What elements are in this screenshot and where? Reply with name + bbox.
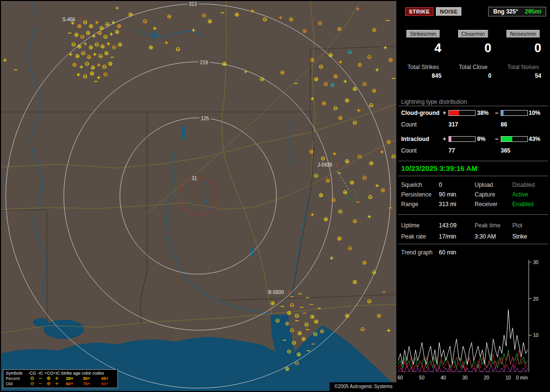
legend-age-threshold: 75+ [78,381,95,386]
total-close-label: Total Close [450,64,496,70]
total-noises-value: 54 [500,72,546,79]
strike-cg-pos-icon: ⊕ [117,42,122,47]
strike-ic-neg-icon: − [110,55,114,60]
strike-ic-pos-icon: + [332,151,336,156]
range-value: 313 mi [439,201,456,208]
strike-ic-neg-icon: − [381,289,386,294]
legend-cg-pos-icon: ⊕ [44,381,53,386]
strike-ic-pos-icon: + [356,108,361,113]
trend-x-tick-label: 30 [462,375,468,380]
totals-labels-row: Total Strikes Total Close Total Noises [400,64,546,70]
strike-cg-pos-icon: ⊕ [289,16,293,22]
strike-cg-pos-icon: ⊕ [337,236,342,241]
strike-cg-pos-icon: ⊕ [88,44,93,50]
legend-column-header: +IC [53,371,61,376]
legend-age-threshold: 45+ [95,376,115,381]
strike-ic-pos-icon: + [96,62,101,68]
trend-header: Trend graph 60 min [397,249,549,256]
neg-count: 365 [501,147,510,154]
strike-ic-neg-icon: − [220,10,224,15]
trend-x-tick-label: 0 min [516,375,528,380]
trend-x-tick-label: 40 [441,375,447,380]
strike-mode-button[interactable]: STRIKE [405,7,434,16]
strike-cg-pos-icon: ⊕ [108,61,113,67]
cloud-ground-row: Cloud-ground + 38% − 10% [397,110,549,116]
strike-cg-pos-icon: ⊕ [302,28,307,34]
map-canvas[interactable]: +⊕⊖⊕+⊕⊖+⊕−⊕⊖⊕+⊕⊖+⊕⊖⊕+⊕⊖⊕+⊖⊕+⊕⊖⊕+⊖⊕−⊕+⊖⊕+… [1,1,396,391]
peak-time-label: Peak time [475,222,500,229]
strike-ic-pos-icon: + [92,52,97,57]
strike-ic-pos-icon: + [94,20,99,25]
mode-toolbar: STRIKE NOISE Bng 325° 295mi [405,7,546,16]
strike-cg-neg-icon: ⊖ [313,331,318,337]
neg-percent: 43% [529,136,540,142]
strike-cg-neg-icon: ⊖ [352,120,357,126]
strike-cg-neg-icon: ⊖ [357,154,362,159]
noise-mode-button[interactable]: NOISE [436,7,462,16]
strike-cg-pos-icon: ⊕ [128,12,133,17]
strike-cg-neg-icon: ⊖ [103,71,108,77]
strike-cg-neg-icon: ⊖ [391,154,396,159]
strike-ic-pos-icon: + [191,28,195,33]
rate-values-row: 4 0 0 [400,41,546,56]
receiver-status: Enabled [512,201,534,208]
neg-count: 86 [501,121,507,128]
range-ring-label: 219 [199,60,210,66]
station-label: S-4562 [62,17,81,22]
strike-cg-pos-icon: ⊕ [89,70,94,76]
strike-cg-pos-icon: ⊕ [333,73,338,79]
strike-cg-neg-icon: ⊖ [320,155,325,161]
receiver-label: Receiver [475,201,497,208]
legend-ic-neg-icon: − [36,376,44,381]
strike-ic-pos-icon: + [164,40,168,45]
strike-ic-neg-icon: − [280,304,284,309]
legend-cg-neg-icon: ⊖ [28,381,36,386]
minus-sign: − [495,110,498,116]
strike-cg-pos-icon: ⊕ [100,43,105,49]
strike-cg-pos-icon: ⊕ [97,30,102,36]
pos-bar [449,110,476,116]
strike-cg-pos-icon: ⊕ [338,115,343,121]
range-label: Range [401,201,418,208]
range-ring-label: 125 [200,116,211,122]
strike-ic-pos-icon: + [115,5,119,11]
strike-ic-neg-icon: − [388,205,392,210]
strike-cg-pos-icon: ⊕ [88,23,93,29]
strike-ic-pos-icon: + [250,8,254,14]
strike-cg-neg-icon: ⊖ [102,64,107,70]
range-ring-label: 31 [190,176,198,182]
strike-cg-pos-icon: ⊕ [74,32,79,38]
station-label: J-59262 [318,162,338,168]
strike-cg-neg-icon: ⊖ [314,173,318,179]
strikes-per-min-button[interactable]: Strikes/min [406,30,439,38]
strike-ic-neg-icon: − [385,18,390,23]
strike-ic-pos-icon: + [343,79,347,84]
strike-cg-pos-icon: ⊕ [352,218,357,224]
strike-ic-pos-icon: + [355,6,360,12]
strike-cg-neg-icon: ⊖ [369,102,374,108]
strike-ic-pos-icon: + [338,59,342,65]
strike-ic-neg-icon: − [355,199,360,205]
settings-row: Range 313 mi Receiver Enabled [397,201,549,208]
strike-cg-pos-icon: ⊕ [148,44,153,50]
trend-y-tick-label: 10 [533,333,539,338]
strike-cg-neg-icon: ⊖ [71,42,76,47]
strike-ic-neg-icon: − [293,81,298,86]
strike-cg-pos-icon: ⊕ [318,192,323,198]
close-per-min-button[interactable]: Close/min [458,30,489,38]
strike-cg-pos-icon: ⊕ [345,98,349,103]
strike-cg-pos-icon: ⊕ [337,26,342,32]
strike-ic-pos-icon: + [375,183,379,188]
strike-cg-pos-icon: ⊕ [380,187,385,193]
strike-ic-pos-icon: + [83,41,87,46]
strike-cg-pos-icon: ⊕ [115,29,119,35]
noises-per-min-button[interactable]: Noises/min [507,30,539,38]
strike-cg-neg-icon: ⊖ [347,245,352,251]
strike-cg-neg-icon: ⊖ [323,81,328,87]
strike-cg-neg-icon: ⊖ [318,20,322,26]
strike-ic-neg-icon: − [13,67,17,72]
neg-percent: 10% [529,110,540,116]
strike-ic-neg-icon: − [306,348,310,353]
legend-row-label: Old [6,381,28,386]
legend-ic-pos-icon: + [53,381,61,386]
